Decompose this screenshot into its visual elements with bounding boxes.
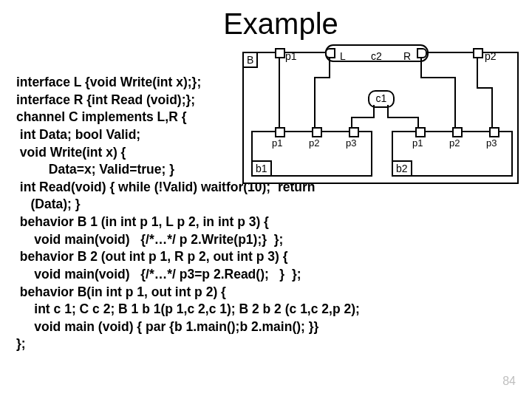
port-box (312, 127, 322, 137)
outer-tab-b: B (242, 52, 258, 68)
wire (454, 77, 456, 129)
port-l (325, 48, 335, 58)
wire (329, 58, 330, 77)
code-line: behavior B 2 (out int p 1, R p 2, out in… (16, 248, 519, 266)
port-r (417, 48, 427, 58)
label-r: R (403, 50, 411, 62)
label-b1-p1: p1 (272, 138, 282, 148)
port-box (275, 127, 285, 137)
page-title: Example (30, 7, 532, 41)
wire (314, 77, 316, 129)
wire (420, 77, 455, 78)
wire (279, 58, 280, 129)
code-line: int c 1; C c 2; B 1 b 1(p 1,c 2,c 1); B … (16, 301, 519, 318)
code-line: void main(void) {/*…*/ p 2.Write(p1);} }… (16, 231, 519, 249)
tab-b2: b2 (392, 160, 412, 177)
port-box (473, 48, 483, 58)
tab-b1: b1 (251, 160, 272, 177)
label-b2-p2: p2 (449, 138, 460, 148)
code-line: behavior B 1 (in int p 1, L p 2, in int … (16, 214, 519, 231)
label-b2-p3: p3 (486, 138, 497, 148)
port-box (415, 127, 426, 137)
label-l: L (340, 50, 346, 62)
wire (491, 87, 493, 129)
code-line: void main(void) {/*…*/ p3=p 2.Read(); } … (16, 266, 519, 284)
port-box (349, 127, 359, 137)
wire (373, 105, 375, 117)
box-b1: b1 p1 p2 p3 (251, 131, 372, 177)
wire (351, 117, 352, 129)
diagram: B p1 p2 L c2 R c1 b1 p1 p2 p3 b2 p1 p2 p… (242, 52, 519, 184)
label-c2: c2 (371, 50, 382, 62)
code-line: (Data); } (16, 196, 519, 214)
port-box (489, 127, 499, 137)
wire (417, 117, 419, 129)
wire (387, 117, 418, 118)
label-p1: p1 (285, 50, 297, 62)
code-line: behavior B(in int p 1, out int p 2) { (16, 284, 519, 301)
label-b2-p1: p1 (412, 138, 423, 148)
code-line: void main (void) { par {b 1.main();b 2.m… (16, 318, 519, 336)
label-b1-p3: p3 (346, 138, 356, 148)
wire (477, 58, 478, 87)
label-p2: p2 (485, 50, 497, 62)
code-line: }; (16, 335, 519, 353)
wire (477, 87, 493, 89)
box-b2: b2 p1 p2 p3 (392, 131, 513, 177)
oval-c1: c1 (368, 90, 395, 108)
wire (351, 117, 375, 118)
port-box (452, 127, 463, 137)
wire (387, 105, 389, 117)
label-b1-p2: p2 (309, 138, 319, 148)
wire (314, 77, 330, 78)
wire (420, 58, 422, 77)
port-box (275, 48, 285, 58)
page-number: 84 (502, 375, 516, 388)
